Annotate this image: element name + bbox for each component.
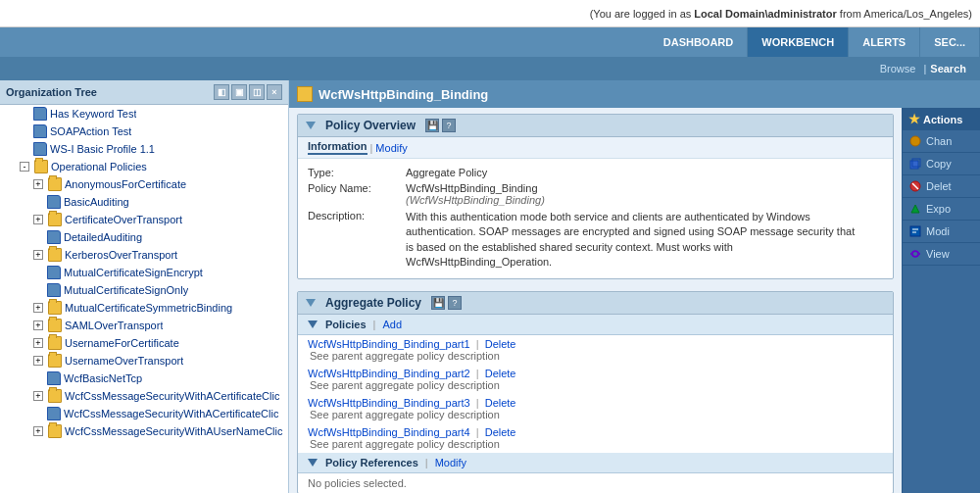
policy-refs-subheader: Policy References | Modify (298, 453, 893, 473)
expand-icon[interactable]: + (33, 215, 43, 224)
tree-item-wcfcss-2[interactable]: WcfCssMessageSecurityWithACertificateCli… (0, 405, 288, 422)
collapse-icon[interactable] (306, 299, 316, 307)
expand-icon[interactable]: - (20, 162, 29, 172)
tree-item-wsi-basic[interactable]: WS-I Basic Profile 1.1 (0, 140, 288, 158)
tree-item-cert-over-transport[interactable]: + CertificateOverTransport (0, 211, 288, 228)
folder-icon (48, 177, 62, 191)
sidebar-btn-4[interactable]: × (267, 84, 282, 100)
tree-item-mutual-cert-sign-only[interactable]: MutualCertificateSignOnly (0, 281, 288, 299)
expand-icon[interactable]: + (33, 391, 43, 401)
policy-icon (33, 124, 47, 138)
tree-item-saml[interactable]: + SAMLOverTransport (0, 317, 288, 334)
sidebar-title: Organization Tree (6, 86, 97, 98)
tree-item-soapaction[interactable]: SOAPAction Test (0, 123, 288, 140)
policy-refs-label: Policy References (325, 457, 418, 468)
expand-icon[interactable]: + (33, 179, 43, 189)
tree-item-label: WS-I Basic Profile 1.1 (50, 143, 155, 155)
policy-icon (47, 230, 61, 244)
tree-item-mutual-cert-sym[interactable]: + MutualCertificateSymmetricBinding (0, 299, 288, 317)
sidebar-btn-2[interactable]: ▣ (231, 84, 247, 100)
nav-tabs: DASHBOARD WORKBENCH ALERTS SEC... (650, 27, 980, 57)
tree-item-username-over-transport[interactable]: + UsernameOverTransport (0, 352, 288, 370)
delete-link-3[interactable]: Delete (485, 397, 516, 409)
tab-sec[interactable]: SEC... (920, 27, 980, 57)
info-tab[interactable]: Information (308, 140, 368, 155)
actions-header: ★ Actions (903, 108, 980, 130)
tree-item-username-cert[interactable]: + UsernameForCertificate (0, 334, 288, 352)
expand-icon[interactable]: + (33, 250, 43, 260)
tree-item-kerberos[interactable]: + KerberosOverTransport (0, 246, 288, 264)
expand-icon[interactable]: + (33, 320, 43, 330)
tree-item-label: MutualCertificateSignEncrypt (64, 267, 203, 278)
tree-item-has-keyword[interactable]: Has Keyword Test (0, 105, 288, 123)
action-copy[interactable]: Copy (903, 153, 980, 175)
section-icon-help-agg[interactable]: ? (448, 296, 462, 310)
policy-name-row: Policy Name: WcfWsHttpBinding_Binding (W… (308, 180, 883, 208)
policy-refs-modify-link[interactable]: Modify (435, 457, 466, 468)
tree-item-operational[interactable]: - Operational Policies (0, 158, 288, 175)
section-icon-help[interactable]: ? (442, 119, 456, 132)
action-change[interactable]: Chan (903, 130, 980, 153)
expand-icon[interactable]: + (33, 303, 43, 313)
expand-icon[interactable]: + (33, 356, 43, 366)
action-export[interactable]: Expo (903, 198, 980, 221)
policy-link-1[interactable]: WcfWsHttpBinding_Binding_part1 (308, 338, 470, 350)
section-header-icons: 💾 ? (425, 119, 456, 132)
sidebar-btn-3[interactable]: ◫ (249, 84, 265, 100)
tree-item-anonymous[interactable]: + AnonymousForCertificate (0, 175, 288, 193)
expand-icon[interactable]: + (33, 426, 43, 436)
collapse-icon[interactable] (306, 122, 316, 129)
folder-icon (48, 248, 62, 262)
tree-item-wcfcss-1[interactable]: + WcfCssMessageSecurityWithACertificateC… (0, 387, 288, 405)
tree-item-wcfcss-username[interactable]: + WcfCssMessageSecurityWithAUserNameClic (0, 422, 288, 440)
svg-point-0 (910, 136, 920, 146)
browse-search-bar: Browse | Search (0, 57, 980, 80)
delete-link-2[interactable]: Delete (485, 368, 516, 379)
action-modify[interactable]: Modi (903, 221, 980, 243)
username: Local Domain\administrator (694, 8, 836, 20)
action-change-label: Chan (926, 135, 952, 147)
policy-refs-collapse-icon[interactable] (308, 459, 318, 467)
tab-alerts[interactable]: ALERTS (849, 27, 920, 57)
sidebar-btn-1[interactable]: ◧ (214, 84, 229, 100)
action-delete[interactable]: Delet (903, 175, 980, 198)
info-modify-row: Information | Modify (298, 137, 893, 159)
tree-item-wcf-basic-nettcp[interactable]: WcfBasicNetTcp (0, 370, 288, 387)
page-icon (297, 86, 313, 102)
delete-link-1[interactable]: Delete (485, 338, 516, 350)
delete-link-4[interactable]: Delete (485, 426, 516, 438)
section-icon-save-agg[interactable]: 💾 (431, 296, 445, 310)
tab-dashboard[interactable]: DASHBOARD (650, 27, 749, 57)
tree-item-detailed-auditing[interactable]: DetailedAuditing (0, 228, 288, 246)
folder-icon (48, 213, 62, 226)
tree-item-mutual-cert-sign-encrypt[interactable]: MutualCertificateSignEncrypt (0, 264, 288, 281)
folder-icon (48, 319, 62, 332)
tree-item-label: SOAPAction Test (50, 125, 131, 137)
section-icon-save[interactable]: 💾 (425, 119, 439, 132)
add-link[interactable]: Add (382, 319, 402, 330)
policy-link-3[interactable]: WcfWsHttpBinding_Binding_part3 (308, 397, 470, 409)
type-value: Aggregate Policy (406, 167, 883, 178)
action-modify-label: Modi (926, 225, 950, 237)
tree-item-label: KerberosOverTransport (65, 249, 177, 261)
policy-refs-body: No policies selected. (298, 473, 893, 493)
action-view[interactable]: View (903, 243, 980, 266)
folder-icon (48, 424, 62, 438)
action-export-label: Expo (926, 203, 951, 215)
section-title-aggregate: Aggregate Policy (325, 296, 421, 310)
folder-icon (48, 389, 62, 403)
sidebar-header: Organization Tree ◧ ▣ ◫ × (0, 80, 288, 105)
expand-icon[interactable]: + (33, 338, 43, 348)
description-row: Description: With this authentication mo… (308, 208, 883, 272)
tree-item-basicauditing[interactable]: BasicAuditing (0, 193, 288, 211)
policy-link-4[interactable]: WcfWsHttpBinding_Binding_part4 (308, 426, 470, 438)
tree-item-label: WcfBasicNetTcp (64, 372, 142, 384)
browse-link[interactable]: Browse (880, 63, 916, 74)
search-link[interactable]: Search (930, 63, 966, 74)
copy-icon (908, 157, 922, 171)
tab-workbench[interactable]: WORKBENCH (748, 27, 849, 57)
modify-link[interactable]: Modify (375, 142, 407, 154)
policies-collapse-icon[interactable] (308, 320, 318, 328)
svg-rect-1 (910, 161, 918, 169)
policy-link-2[interactable]: WcfWsHttpBinding_Binding_part2 (308, 368, 470, 379)
